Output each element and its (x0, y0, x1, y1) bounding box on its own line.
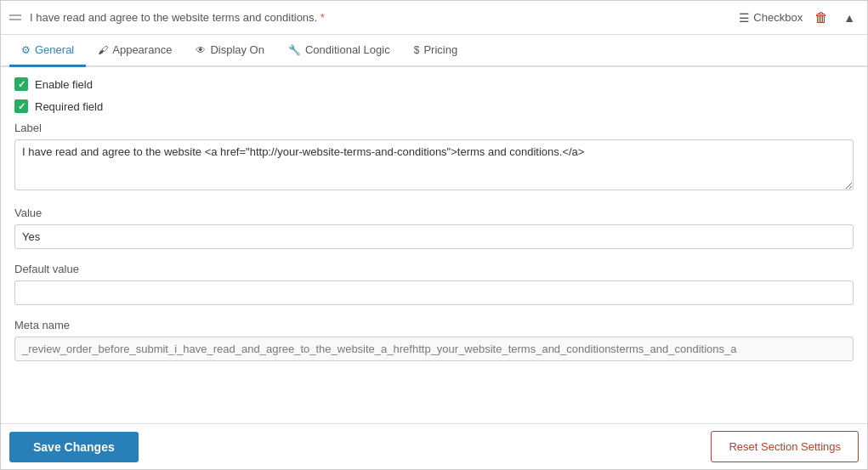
field-header: I have read and agree to the website ter… (1, 1, 867, 35)
label-textarea[interactable]: I have read and agree to the website <a … (14, 139, 854, 190)
footer-bar: Save Changes Reset Section Settings (1, 423, 867, 469)
required-field-checkbox[interactable] (14, 99, 28, 113)
tabs-bar: ⚙ General 🖌 Appearance 👁 Display On 🔧 Co… (1, 35, 867, 67)
reset-section-button[interactable]: Reset Section Settings (711, 431, 859, 462)
tab-display-on[interactable]: 👁 Display On (184, 35, 276, 67)
wrench-icon: 🔧 (288, 44, 301, 56)
field-type-label: ☰ Checkbox (739, 11, 803, 25)
enable-field-label: Enable field (35, 78, 93, 91)
list-icon: ☰ (739, 11, 750, 25)
collapse-button[interactable]: ▲ (840, 9, 859, 26)
default-value-input[interactable] (14, 280, 854, 305)
meta-name-label: Meta name (14, 319, 854, 331)
tab-conditional-logic[interactable]: 🔧 Conditional Logic (276, 35, 402, 67)
value-group: Value (14, 207, 854, 249)
tab-appearance[interactable]: 🖌 Appearance (86, 35, 184, 67)
save-changes-button[interactable]: Save Changes (9, 432, 139, 462)
default-value-group: Default value (14, 263, 854, 305)
tab-pricing[interactable]: $ Pricing (402, 35, 469, 67)
content-area: Enable field Required field Label I have… (1, 67, 867, 423)
meta-name-input[interactable] (14, 337, 854, 361)
gear-icon: ⚙ (21, 44, 31, 56)
enable-field-row: Enable field (14, 77, 854, 91)
drag-handle-icon[interactable] (9, 14, 21, 20)
brush-icon: 🖌 (98, 44, 108, 56)
label-group: Label I have read and agree to the websi… (14, 122, 854, 193)
enable-field-checkbox[interactable] (14, 77, 28, 91)
default-value-label: Default value (14, 263, 854, 275)
value-field-label: Value (14, 207, 854, 219)
required-field-label: Required field (35, 100, 103, 113)
delete-button[interactable]: 🗑 (811, 8, 831, 27)
meta-name-group: Meta name (14, 319, 854, 361)
header-actions: ☰ Checkbox 🗑 ▲ (739, 8, 859, 27)
field-title: I have read and agree to the website ter… (30, 11, 739, 24)
required-field-row: Required field (14, 99, 854, 113)
eye-icon: 👁 (196, 44, 206, 56)
value-input[interactable] (14, 224, 854, 249)
dollar-icon: $ (414, 44, 420, 56)
tab-general[interactable]: ⚙ General (9, 35, 86, 67)
label-field-label: Label (14, 122, 854, 134)
